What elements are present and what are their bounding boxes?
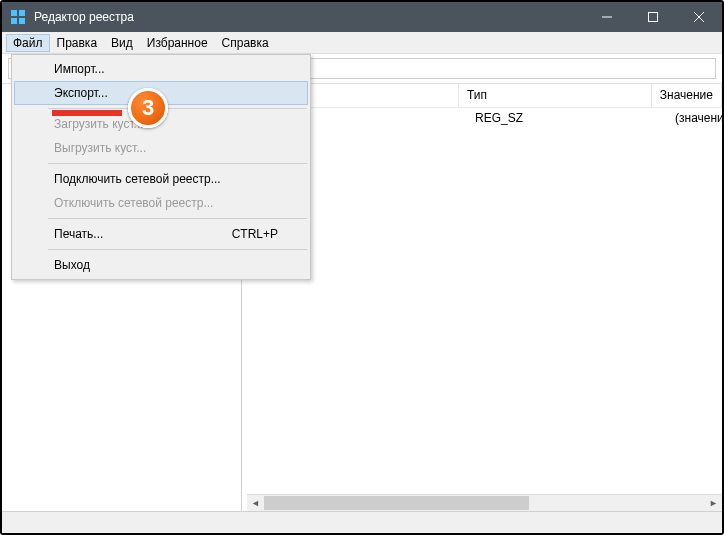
col-type-header[interactable]: Тип bbox=[459, 84, 652, 107]
row-value: (значение н bbox=[667, 109, 722, 127]
scroll-left-icon[interactable]: ◄ bbox=[247, 495, 264, 512]
row-type: REG_SZ bbox=[467, 109, 667, 127]
svg-rect-0 bbox=[11, 10, 17, 16]
list-header: Имя Тип Значение bbox=[247, 84, 722, 108]
menu-disconnect-network: Отключить сетевой реестр... bbox=[14, 191, 308, 215]
scroll-thumb[interactable] bbox=[264, 496, 529, 510]
h-scrollbar[interactable]: ◄ ► bbox=[247, 494, 722, 511]
app-icon bbox=[10, 9, 26, 25]
callout-arrow bbox=[52, 110, 122, 116]
callout-badge: 3 bbox=[128, 88, 168, 128]
menu-separator bbox=[48, 218, 307, 219]
menu-exit[interactable]: Выход bbox=[14, 253, 308, 277]
close-button[interactable] bbox=[676, 2, 722, 32]
window-title: Редактор реестра bbox=[34, 10, 584, 24]
menu-unload-hive: Выгрузить куст... bbox=[14, 136, 308, 160]
scroll-right-icon[interactable]: ► bbox=[705, 495, 722, 512]
menu-import[interactable]: Импорт... bbox=[14, 57, 308, 81]
window-controls bbox=[584, 2, 722, 32]
menu-connect-network[interactable]: Подключить сетевой реестр... bbox=[14, 167, 308, 191]
menu-print[interactable]: Печать... CTRL+P bbox=[14, 222, 308, 246]
menu-separator bbox=[48, 108, 307, 109]
list-row[interactable]: ab ю) REG_SZ (значение н bbox=[247, 108, 722, 128]
menu-print-accel: CTRL+P bbox=[232, 227, 278, 241]
menu-separator bbox=[48, 163, 307, 164]
maximize-button[interactable] bbox=[630, 2, 676, 32]
menu-file[interactable]: Файл bbox=[6, 34, 50, 52]
menu-favorites[interactable]: Избранное bbox=[140, 34, 215, 52]
titlebar: Редактор реестра bbox=[2, 2, 722, 32]
svg-rect-3 bbox=[19, 18, 25, 24]
svg-rect-5 bbox=[649, 13, 658, 22]
list-pane[interactable]: Имя Тип Значение ab ю) REG_SZ (значение … bbox=[247, 84, 722, 511]
menu-view[interactable]: Вид bbox=[104, 34, 140, 52]
minimize-button[interactable] bbox=[584, 2, 630, 32]
callout: 3 bbox=[128, 88, 168, 128]
menu-help[interactable]: Справка bbox=[215, 34, 276, 52]
menu-separator bbox=[48, 249, 307, 250]
svg-rect-1 bbox=[19, 10, 25, 16]
scroll-track[interactable] bbox=[264, 495, 705, 511]
svg-rect-2 bbox=[11, 18, 17, 24]
col-value-header[interactable]: Значение bbox=[652, 84, 722, 107]
menu-edit[interactable]: Правка bbox=[50, 34, 105, 52]
statusbar bbox=[2, 511, 722, 533]
menubar: Файл Правка Вид Избранное Справка bbox=[2, 32, 722, 54]
